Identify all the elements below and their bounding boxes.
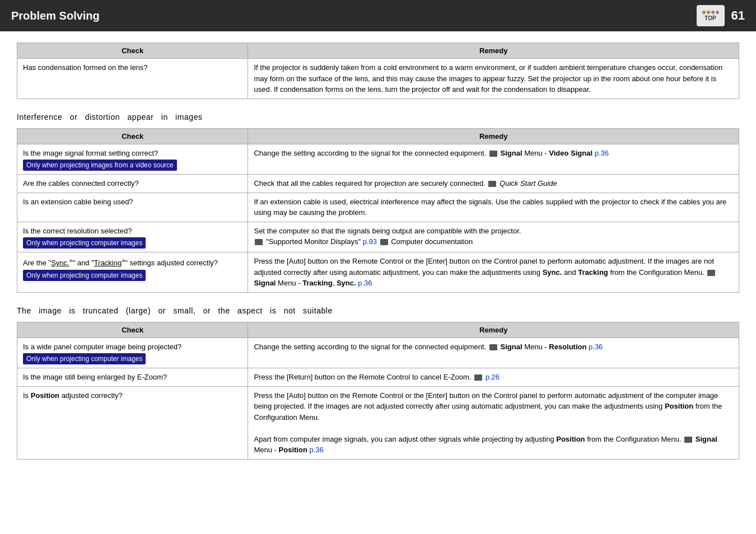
check-cell: Is an extension cable being used? [17,193,248,222]
p36-link-4[interactable]: p.36 [309,446,323,454]
remedy-cell: Press the [Return] button on the Remote … [248,368,739,387]
signal-menu-label-3: Signal [501,343,522,351]
menu-icon-2 [255,239,263,245]
remedy-header: Remedy [248,43,739,59]
tracking-sync-label: Tracking [302,279,332,287]
video-signal-label: Video Signal [549,149,592,157]
remedy-cell: If an extension cable is used, electrica… [248,193,739,222]
menu-icon-7 [684,437,692,443]
table-row: Is the correct resolution selected? Only… [17,222,739,252]
p26-link[interactable]: p.26 [486,373,500,381]
remedy-cell: Change the setting according to the sign… [248,144,739,175]
page-number: 61 [731,8,745,23]
interference-heading: Interference or distortion appear in ima… [17,113,739,121]
position-menu-label: Position [279,446,307,454]
dot3 [711,11,715,14]
menu-icon-5 [489,344,497,350]
signal-menu-label-2: Signal [254,279,276,287]
table-row: Is Position adjusted correctly? Press th… [17,386,739,459]
check-cell: Is Position adjusted correctly? [17,386,248,459]
signal-menu-label-4: Signal [696,435,717,443]
table-row: Is the image signal format setting corre… [17,144,739,175]
condensation-table: Check Remedy Has condensation formed on … [17,43,739,99]
check-header-3: Check [17,322,248,338]
remedy-header-2: Remedy [248,128,739,144]
p36-link-3[interactable]: p.36 [589,343,603,351]
check-cell: Is the correct resolution selected? Only… [17,222,248,252]
menu-icon-4 [707,270,715,276]
signal-menu-label: Signal [501,149,522,157]
sync-label-2: Sync. [337,279,356,287]
menu-icon-3 [380,239,388,245]
check-cell: Are the cables connected correctly? [17,175,248,193]
remedy-cell: Check that all the cables required for p… [248,175,739,193]
p93-link[interactable]: p.93 [363,237,377,246]
check-cell: Has condensation formed on the lens? [17,59,248,99]
tracking-label: Tracking [578,268,608,277]
menu-icon [489,151,497,157]
remedy-cell: Change the setting according to the sign… [248,338,739,368]
quick-start-label: Quick Start Guide [500,179,557,188]
remedy-cell: Set the computer so that the signals bei… [248,222,739,252]
computer-images-label-1: Only when projecting computer images [23,237,146,249]
remedy-header-3: Remedy [248,322,739,338]
resolution-label: Resolution [549,343,586,351]
check-header-2: Check [17,128,248,144]
sync-label: Sync. [543,268,562,277]
position-bold-label: Position [31,391,59,400]
sync-link[interactable]: Sync. [51,259,69,267]
main-content: Check Remedy Has condensation formed on … [0,31,756,484]
table-row: Is the image still being enlarged by E-Z… [17,368,739,387]
menu-icon-6 [474,374,482,381]
dot2 [707,11,710,14]
position-label-2: Position [556,435,585,443]
remedy-cell: Press the [Auto] button on the Remote Co… [248,252,739,293]
dot1 [702,11,706,14]
position-label-1: Position [665,402,693,410]
interference-table: Check Remedy Is the image signal format … [17,128,739,293]
truncated-heading: The image is truncated (large) or small,… [17,306,739,315]
computer-images-label-2: Only when projecting computer images [23,270,146,281]
dot4 [716,11,719,14]
table-row: Are the "Sync.»" and "Tracking»" setting… [17,252,739,293]
table-row: Is a wide panel computer image being pro… [17,338,739,368]
check-cell: Is the image signal format setting corre… [17,144,248,175]
table-row: Is an extension cable being used? If an … [17,193,739,222]
remedy-cell: Press the [Auto] button on the Remote Co… [248,386,739,459]
video-source-label: Only when projecting images from a video… [23,160,177,171]
top-logo-label: TOP [704,15,716,21]
check-header: Check [17,43,248,59]
remedy-cell: If the projector is suddenly taken from … [248,59,739,99]
page-title: Problem Solving [11,10,100,22]
computer-images-label-3: Only when projecting computer images [23,353,146,364]
check-cell: Are the "Sync.»" and "Tracking»" setting… [17,252,248,293]
check-cell: Is the image still being enlarged by E-Z… [17,368,248,387]
top-logo[interactable]: TOP [697,5,725,26]
truncated-table: Check Remedy Is a wide panel computer im… [17,322,739,460]
check-cell: Is a wide panel computer image being pro… [17,338,248,368]
p36-link-1[interactable]: p.36 [595,149,609,157]
table-row: Has condensation formed on the lens? If … [17,59,739,99]
book-icon [488,181,496,187]
header-right: TOP 61 [697,5,745,26]
page-header: Problem Solving TOP 61 [0,0,756,31]
p36-link-2[interactable]: p.36 [358,279,372,287]
logo-dots [702,11,719,14]
tracking-link[interactable]: Tracking [94,259,122,267]
table-row: Are the cables connected correctly? Chec… [17,175,739,193]
